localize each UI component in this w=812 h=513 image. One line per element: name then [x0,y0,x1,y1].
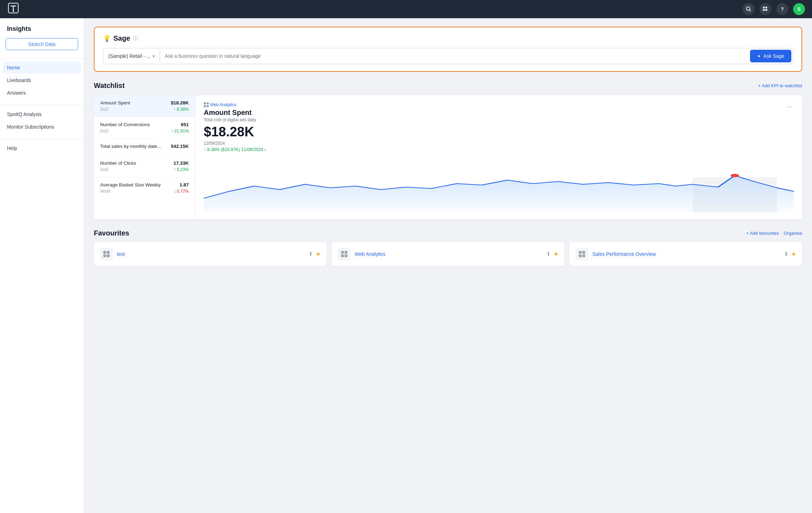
sage-question-input[interactable] [160,50,749,62]
chart-source-link[interactable]: Web Analytics [210,102,236,107]
watchlist-item-row1: Amount Spent $18.28K [100,100,189,105]
kpi-value: $18.28K [171,100,189,105]
kpi-value: 651 [181,122,189,127]
sidebar-item-monitor[interactable]: Monitor Subscriptions [3,121,81,133]
sidebar-nav-main: Home Liveboards Answers [0,62,84,100]
help-nav-button[interactable]: ? [776,3,788,15]
sidebar-item-spotiq[interactable]: SpotIQ Analysis [3,108,81,120]
sage-info-icon[interactable]: ⓘ [133,35,138,42]
search-nav-button[interactable] [743,3,755,15]
watchlist-container: Amount Spent $18.28K DoD ↑ 8.38% Number … [94,95,802,219]
fav-card-name: test [117,251,304,257]
svg-rect-7 [765,7,767,8]
fav-card-name: Web Analytics [355,251,542,257]
fav-card-actions: ⬆ ★ [546,251,558,257]
watchlist-chart-panel: Web Analytics Amount Spent Total cost of… [195,95,802,219]
chart-metric-title: Amount Spent [204,109,266,117]
kpi-label: DoD [100,167,109,172]
svg-point-3 [13,11,14,12]
kpi-change: ↑ 5.23% [174,167,189,172]
topnav-left [7,2,20,16]
chart-more-button[interactable]: ··· [785,102,794,110]
kpi-name: Total sales by monthly date... [100,144,161,149]
search-data-button[interactable]: Search Data [6,38,78,50]
svg-rect-25 [582,251,585,254]
sage-header: 💡 Sage ⓘ [103,34,793,42]
kpi-change: ↑ 21.91% [171,129,189,134]
favourites-header: Favourites + Add favourites Organise [94,229,802,237]
svg-point-4 [747,7,750,11]
sidebar-divider3 [0,139,84,139]
star-icon[interactable]: ★ [554,251,558,257]
sage-box: 💡 Sage ⓘ (Sample) Retail - ... ▾ ✦ Ask S… [94,27,802,72]
share-icon[interactable]: ⬆ [784,251,789,257]
organise-button[interactable]: Organise [784,231,802,236]
sidebar-nav-tools: SpotIQ Analysis Monitor Subscriptions [0,108,84,134]
fav-card-icon [100,248,113,260]
topnav-right: ? S [743,3,805,15]
favourites-grid: test ⬆ ★ Web Analytics ⬆ [94,242,802,266]
chart-change-row: ↑ 8.38% ($16.87K) 11/09/2024 › [204,147,266,152]
watchlist-item-clicks[interactable]: Number of Clicks 17.33K DoD ↑ 5.23% [94,156,195,177]
sidebar-item-answers[interactable]: Answers [3,87,81,99]
fav-card-icon [338,248,351,260]
chart-header-row: Web Analytics Amount Spent Total cost of… [204,102,794,156]
liveboard-icon [341,251,348,258]
sidebar-item-liveboards[interactable]: Liveboards [3,74,81,86]
fav-card-test[interactable]: test ⬆ ★ [94,242,327,266]
star-icon[interactable]: ★ [791,251,796,257]
svg-rect-11 [207,102,209,104]
svg-rect-22 [341,254,344,257]
svg-line-5 [750,10,751,12]
amount-spent-chart [204,156,794,212]
app-body: Insights Search Data Home Liveboards Ans… [0,18,812,513]
star-icon[interactable]: ★ [316,251,320,257]
kpi-label: DoD [100,129,109,134]
svg-rect-10 [204,102,206,104]
fav-card-sales-performance[interactable]: Sales Performance Overview ⬆ ★ [569,242,802,266]
svg-rect-27 [582,254,585,257]
chart-source-icon [204,102,209,107]
favourites-actions: + Add favourites Organise [746,231,802,236]
sidebar-item-home[interactable]: Home [3,62,81,74]
add-favourites-button[interactable]: + Add favourites [746,231,779,236]
kpi-value: 542.15K [171,144,189,149]
sage-bulb-icon: 💡 [103,35,111,42]
sage-datasource-label: (Sample) Retail - ... [108,53,151,59]
kpi-name: Number of Clicks [100,160,136,166]
sidebar-divider1 [0,59,84,59]
watchlist-item-total-sales[interactable]: Total sales by monthly date... 542.15K [94,139,195,156]
svg-rect-18 [103,254,106,257]
sage-input-row: (Sample) Retail - ... ▾ ✦ Ask Sage [103,48,793,64]
watchlist-kpi-list: Amount Spent $18.28K DoD ↑ 8.38% Number … [94,95,195,219]
svg-rect-16 [103,251,106,254]
sidebar-item-help[interactable]: Help [3,142,81,154]
sage-datasource-selector[interactable]: (Sample) Retail - ... ▾ [103,50,160,62]
watchlist-item-conversions[interactable]: Number of Conversions 651 DoD ↑ 21.91% [94,117,195,139]
avatar[interactable]: S [793,3,805,15]
favourites-title: Favourites [94,229,129,237]
sidebar: Insights Search Data Home Liveboards Ans… [0,18,84,513]
watchlist-title: Watchlist [94,82,125,90]
share-icon[interactable]: ⬆ [546,251,551,257]
grid-nav-button[interactable] [759,3,771,15]
logo [7,2,20,16]
add-kpi-button[interactable]: + Add KPI to watchlist [758,83,802,88]
fav-card-web-analytics[interactable]: Web Analytics ⬆ ★ [332,242,564,266]
watchlist-item-amount-spent[interactable]: Amount Spent $18.28K DoD ↑ 8.38% [94,95,195,117]
main-content: 💡 Sage ⓘ (Sample) Retail - ... ▾ ✦ Ask S… [84,18,812,513]
svg-rect-26 [579,254,582,257]
sidebar-title: Insights [0,25,84,38]
topnav: ? S [0,0,812,18]
svg-point-15 [730,174,739,177]
sidebar-nav-help: Help [0,142,84,155]
share-icon[interactable]: ⬆ [308,251,313,257]
kpi-label: WoW [100,189,110,194]
watchlist-item-basket-size[interactable]: Average Basket Size Weekly 1.87 WoW ↓ 0.… [94,177,195,199]
chart-svg-container [204,156,794,212]
kpi-value: 1.87 [180,182,189,187]
chart-subtitle: Total cost of digital ads daily [204,117,266,122]
ask-sage-button[interactable]: ✦ Ask Sage [750,50,791,62]
svg-rect-24 [579,251,582,254]
chart-change-text: ↑ 8.38% ($16.87K) 11/09/2024 [204,147,263,152]
